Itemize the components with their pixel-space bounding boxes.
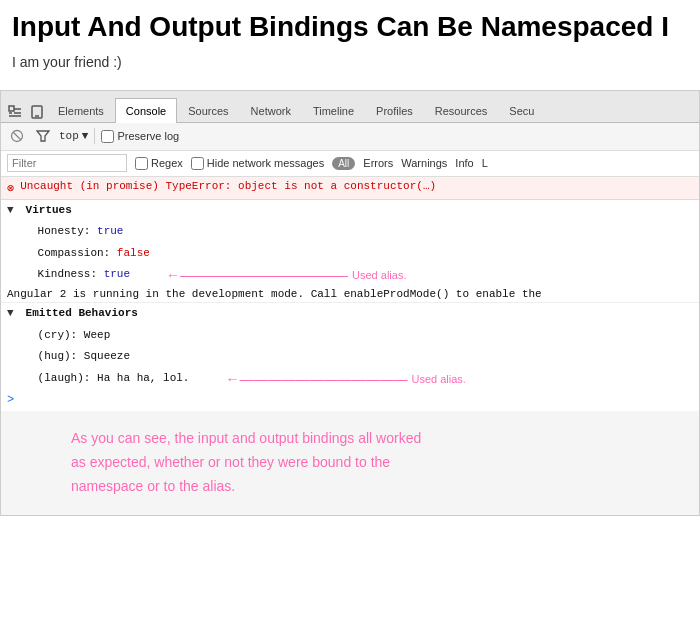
- tab-profiles[interactable]: Profiles: [365, 98, 424, 123]
- laugh-value: Ha ha ha, lol.: [97, 372, 189, 384]
- kindness-value: true: [104, 268, 130, 280]
- tab-resources[interactable]: Resources: [424, 98, 499, 123]
- preserve-log-checkbox[interactable]: [101, 130, 114, 143]
- hide-network-checkbox-label[interactable]: Hide network messages: [191, 157, 324, 170]
- preserve-log-label: Preserve log: [117, 130, 179, 142]
- execution-context-dropdown[interactable]: top ▼: [59, 130, 88, 142]
- tab-sources[interactable]: Sources: [177, 98, 239, 123]
- tab-security[interactable]: Secu: [498, 98, 545, 123]
- device-icon[interactable]: [27, 102, 47, 122]
- angular-log-line: Angular 2 is running in the development …: [1, 286, 699, 303]
- hide-network-label: Hide network messages: [207, 157, 324, 169]
- devtools-panel: Elements Console Sources Network Timelin…: [0, 90, 700, 516]
- regex-checkbox-label[interactable]: Regex: [135, 157, 183, 170]
- tab-timeline[interactable]: Timeline: [302, 98, 365, 123]
- regex-label: Regex: [151, 157, 183, 169]
- cry-row: (cry): Weep: [1, 325, 699, 347]
- svg-line-8: [13, 132, 21, 140]
- info-filter[interactable]: Info: [455, 157, 473, 169]
- filter-bar: Regex Hide network messages All Errors W…: [1, 151, 699, 177]
- error-message: Uncaught (in promise) TypeError: object …: [20, 180, 436, 192]
- compassion-row: Compassion: false: [1, 243, 699, 265]
- used-alias-1-text: Used alias.: [352, 269, 406, 281]
- honesty-row: Honesty: true: [1, 221, 699, 243]
- laugh-label: (laugh):: [38, 372, 91, 384]
- used-alias-1: ←———————————— Used alias.: [166, 267, 406, 283]
- inspect-icon[interactable]: [5, 102, 25, 122]
- annotation-line-1: As you can see, the input and output bin…: [71, 427, 679, 451]
- compassion-label: Compassion:: [38, 247, 111, 259]
- kindness-row: Kindness: true: [1, 264, 136, 286]
- hide-network-checkbox[interactable]: [191, 157, 204, 170]
- filter-input[interactable]: [7, 154, 127, 172]
- hug-label: (hug):: [38, 350, 78, 362]
- laugh-row-container: (laugh): Ha ha ha, lol. ←———————————— Us…: [1, 368, 699, 390]
- dropdown-arrow-icon: ▼: [82, 130, 89, 142]
- emitted-behaviors-key: Emitted Behaviors: [26, 307, 138, 319]
- kindness-row-container: Kindness: true ←———————————— Used alias.: [1, 264, 699, 286]
- tab-elements[interactable]: Elements: [47, 98, 115, 123]
- console-error-line: ⊗ Uncaught (in promise) TypeError: objec…: [1, 177, 699, 200]
- filter-icon[interactable]: [33, 126, 53, 146]
- errors-filter[interactable]: Errors: [363, 157, 393, 169]
- virtues-tree-root: ▼ Virtues: [1, 200, 699, 222]
- virtues-collapse-arrow[interactable]: ▼: [7, 202, 19, 220]
- warnings-filter[interactable]: Warnings: [401, 157, 447, 169]
- devtools-tabs: Elements Console Sources Network Timelin…: [1, 91, 699, 123]
- page-title: Input And Output Bindings Can Be Namespa…: [12, 10, 688, 44]
- next-arrow[interactable]: >: [1, 389, 699, 411]
- clear-console-icon[interactable]: [7, 126, 27, 146]
- l-filter[interactable]: L: [482, 157, 488, 169]
- svg-marker-9: [37, 131, 49, 141]
- emitted-behaviors-root: ▼ Emitted Behaviors: [1, 303, 699, 325]
- page-subtitle: I am your friend :): [12, 54, 688, 70]
- regex-checkbox[interactable]: [135, 157, 148, 170]
- error-icon: ⊗: [7, 181, 14, 196]
- tab-console[interactable]: Console: [115, 98, 177, 123]
- honesty-value: true: [97, 225, 123, 237]
- emitted-behaviors-arrow[interactable]: ▼: [7, 305, 19, 323]
- annotation-block: As you can see, the input and output bin…: [1, 411, 699, 514]
- used-alias-2: ←———————————— Used alias.: [225, 371, 465, 387]
- virtues-key: Virtues: [26, 204, 72, 216]
- tab-network[interactable]: Network: [240, 98, 302, 123]
- cry-label: (cry):: [38, 329, 78, 341]
- used-alias-2-text: Used alias.: [411, 373, 465, 385]
- devtools-toolbar: top ▼ Preserve log: [1, 123, 699, 151]
- hug-value: Squeeze: [84, 350, 130, 362]
- annotation-arrow-2: ←————————————: [225, 371, 407, 387]
- annotation-line-3: namespace or to the alias.: [71, 475, 679, 499]
- annotation-line-2: as expected, whether or not they were bo…: [71, 451, 679, 475]
- annotation-arrow-1: ←————————————: [166, 267, 348, 283]
- svg-rect-0: [9, 106, 14, 111]
- honesty-label: Honesty:: [38, 225, 91, 237]
- kindness-label: Kindness:: [38, 268, 97, 280]
- hug-row: (hug): Squeeze: [1, 346, 699, 368]
- all-badge[interactable]: All: [332, 157, 355, 170]
- preserve-log-checkbox-label[interactable]: Preserve log: [101, 130, 179, 143]
- toolbar-divider: [94, 128, 95, 144]
- console-output: ⊗ Uncaught (in promise) TypeError: objec…: [1, 177, 699, 412]
- top-label: top: [59, 130, 79, 142]
- cry-value: Weep: [84, 329, 110, 341]
- compassion-value: false: [117, 247, 150, 259]
- laugh-row: (laugh): Ha ha ha, lol.: [1, 368, 195, 390]
